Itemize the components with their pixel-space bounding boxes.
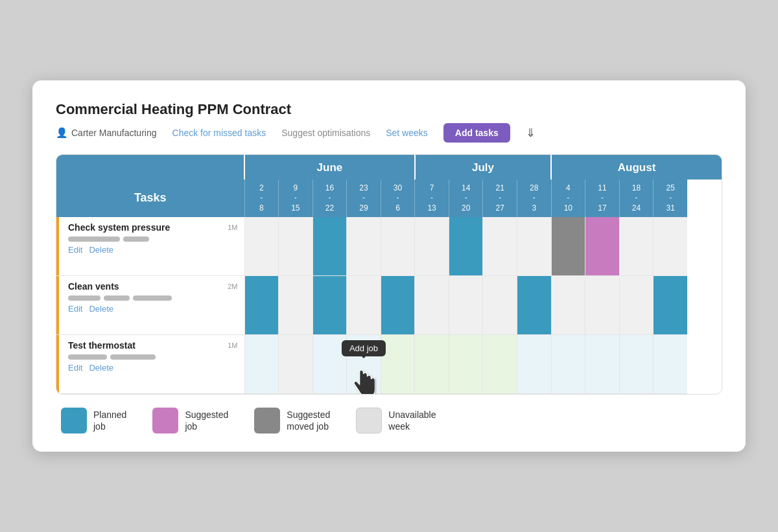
delete-link-3[interactable]: Delete [89, 363, 113, 373]
task-links-3: Edit Delete [68, 363, 238, 373]
august-header: August [551, 155, 722, 179]
r1-w6[interactable] [415, 217, 449, 276]
r2-w12[interactable] [619, 276, 654, 335]
calendar: June July August Tasks 2-8 9-15 16-22 23… [56, 154, 722, 395]
edit-link-3[interactable]: Edit [68, 363, 82, 373]
r1-w1[interactable] [244, 217, 279, 276]
r2-w2[interactable] [279, 276, 313, 335]
r3-w2[interactable] [279, 335, 313, 394]
main-card: Commercial Heating PPM Contract 👤 Carter… [32, 80, 746, 452]
week-16-22: 16-22 [312, 179, 347, 218]
r3-w5[interactable] [381, 335, 415, 394]
legend-planned: Plannedjob [61, 408, 126, 434]
task-tags-2 [68, 295, 238, 301]
legend-planned-label: Plannedjob [93, 409, 126, 432]
task-name-3: Test thermostat [68, 340, 136, 351]
legend-suggested: Suggestedjob [152, 408, 228, 434]
task-row-3: Test thermostat 1M Edit Delete [56, 335, 722, 394]
task-tags-3 [68, 354, 238, 360]
r1-w2[interactable] [279, 217, 313, 276]
week-14-20: 14-20 [449, 179, 483, 218]
week-11-17: 11-17 [585, 179, 620, 218]
r3-w1[interactable] [244, 335, 279, 394]
r1-w4[interactable] [347, 217, 381, 276]
r1-w11[interactable] [585, 217, 620, 276]
r2-w11[interactable] [585, 276, 620, 335]
download-button[interactable]: ⇓ [526, 126, 536, 140]
r2-w9[interactable] [517, 276, 552, 335]
r3-w13[interactable] [654, 335, 688, 394]
r3-w11[interactable] [585, 335, 620, 394]
r3-w4-tooltip[interactable]: Add job ● [347, 335, 381, 394]
week-23-29: 23-29 [347, 179, 381, 218]
svg-rect-0 [360, 387, 361, 389]
legend-moved-box [254, 408, 280, 434]
r2-w5[interactable] [381, 276, 415, 335]
week-25-31: 25-31 [654, 179, 688, 218]
check-missed-link[interactable]: Check for missed tasks [172, 128, 266, 138]
r1-w7[interactable] [449, 217, 483, 276]
r2-w3[interactable] [312, 276, 347, 335]
legend-planned-box [61, 408, 87, 434]
add-tasks-button[interactable]: Add tasks [443, 123, 510, 143]
set-weeks-link[interactable]: Set weeks [386, 128, 428, 138]
tag-bar [68, 295, 100, 301]
week-21-27: 21-27 [483, 179, 517, 218]
page-title: Commercial Heating PPM Contract [56, 101, 722, 118]
task-name-2: Clean vents [68, 281, 119, 292]
r3-w8[interactable] [483, 335, 517, 394]
edit-link-2[interactable]: Edit [68, 304, 82, 314]
r3-w6[interactable] [415, 335, 449, 394]
r3-w12[interactable] [619, 335, 654, 394]
hand-cursor-icon [352, 369, 375, 395]
r1-w3[interactable] [312, 217, 347, 276]
r3-w7[interactable] [449, 335, 483, 394]
tag-bar [123, 237, 149, 242]
week-4-10: 4-10 [551, 179, 585, 218]
r3-w9[interactable] [517, 335, 552, 394]
week-9-15: 9-15 [279, 179, 313, 218]
week-7-13: 7-13 [415, 179, 449, 218]
task-tags-1 [68, 237, 238, 242]
r2-w1[interactable] [244, 276, 279, 335]
task-badge-1: 1M [228, 224, 237, 231]
legend-unavailable-label: Unavailableweek [388, 409, 436, 432]
tag-bar [133, 295, 172, 301]
legend-suggested-label: Suggestedjob [185, 409, 228, 432]
r1-w8[interactable] [483, 217, 517, 276]
r1-w5[interactable] [381, 217, 415, 276]
r2-w13[interactable] [654, 276, 688, 335]
tooltip-wrap: Add job ● [347, 335, 381, 393]
task-details-2: Clean vents 2M Edit Delete [56, 276, 244, 334]
r3-w10[interactable] [551, 335, 585, 394]
task-details-3: Test thermostat 1M Edit Delete [56, 335, 244, 393]
r1-w12[interactable] [619, 217, 654, 276]
task-links-1: Edit Delete [68, 245, 238, 255]
week-18-24: 18-24 [619, 179, 654, 218]
task-cell-3: Test thermostat 1M Edit Delete [56, 335, 244, 394]
tag-bar [104, 295, 130, 301]
company-name: Carter Manufacturing [71, 128, 157, 138]
tasks-month-header [56, 155, 244, 179]
r1-w9[interactable] [517, 217, 552, 276]
month-header-row: June July August [56, 155, 722, 179]
r2-w4[interactable] [347, 276, 381, 335]
july-header: July [415, 155, 551, 179]
r2-w6[interactable] [415, 276, 449, 335]
suggest-link[interactable]: Suggest optimisations [281, 128, 370, 138]
delete-link-1[interactable]: Delete [89, 245, 113, 255]
task-name-1: Check system pressure [68, 222, 170, 233]
r2-w8[interactable] [483, 276, 517, 335]
r1-w10[interactable] [551, 217, 585, 276]
r1-w13[interactable] [654, 217, 688, 276]
legend-moved-label: Suggestedmoved job [287, 409, 330, 432]
task-badge-2: 2M [228, 283, 237, 290]
user-label: 👤 Carter Manufacturing [56, 127, 157, 139]
delete-link-2[interactable]: Delete [89, 304, 113, 314]
r2-w10[interactable] [551, 276, 585, 335]
week-30-6: 30-6 [381, 179, 415, 218]
edit-link-1[interactable]: Edit [68, 245, 82, 255]
legend-moved: Suggestedmoved job [254, 408, 330, 434]
legend-unavailable: Unavailableweek [356, 408, 436, 434]
r2-w7[interactable] [449, 276, 483, 335]
